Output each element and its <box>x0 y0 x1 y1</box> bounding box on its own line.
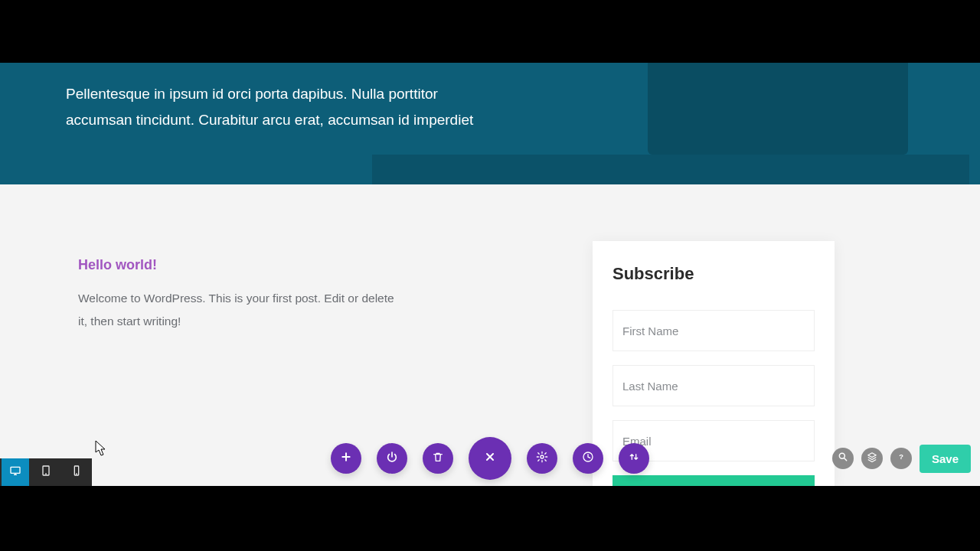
plus-icon <box>340 451 352 466</box>
question-icon: ? <box>896 452 906 465</box>
magnifier-icon <box>838 452 848 465</box>
hero-section: Pellentesque in ipsum id orci porta dapi… <box>0 63 980 184</box>
tablet-preview-button[interactable] <box>32 458 60 486</box>
phone-preview-button[interactable] <box>63 458 90 486</box>
close-builder-button[interactable] <box>469 437 511 480</box>
last-name-field-wrap <box>612 365 815 406</box>
svg-point-0 <box>541 455 544 458</box>
close-icon <box>484 451 496 466</box>
desktop-icon <box>9 465 21 480</box>
phone-icon <box>70 465 83 480</box>
desktop-preview-button[interactable] <box>2 458 29 486</box>
first-name-input[interactable] <box>613 311 814 350</box>
history-button[interactable] <box>573 443 603 474</box>
layers-button[interactable] <box>861 448 883 469</box>
post-body-text: Welcome to WordPress. This is your first… <box>78 287 400 333</box>
letterbox-top <box>0 0 980 63</box>
portability-button[interactable] <box>619 443 649 474</box>
hero-paragraph: Pellentesque in ipsum id orci porta dapi… <box>66 81 495 133</box>
first-name-field-wrap <box>612 310 815 351</box>
trash-icon <box>432 451 444 466</box>
post-title-link[interactable]: Hello world! <box>78 257 400 273</box>
page-settings-button[interactable] <box>527 443 557 474</box>
power-icon <box>386 451 398 466</box>
svg-rect-2 <box>11 467 20 473</box>
svg-point-6 <box>77 474 77 474</box>
wireframe-button[interactable] <box>377 443 407 474</box>
subscribe-submit-button[interactable] <box>612 475 815 486</box>
letterbox-bottom <box>0 486 980 551</box>
add-module-button[interactable] <box>331 443 361 474</box>
svg-text:?: ? <box>899 453 903 461</box>
last-name-input[interactable] <box>613 366 814 406</box>
save-button[interactable]: Save <box>920 445 971 473</box>
subscribe-heading: Subscribe <box>612 264 815 284</box>
svg-point-4 <box>46 474 47 474</box>
page-viewport: Pellentesque in ipsum id orci porta dapi… <box>0 63 980 486</box>
right-dock: ? Save <box>832 431 971 486</box>
up-down-arrows-icon <box>628 451 640 466</box>
blog-post: Hello world! Welcome to WordPress. This … <box>78 257 400 333</box>
clock-icon <box>582 451 594 466</box>
clear-layout-button[interactable] <box>423 443 453 474</box>
tablet-icon <box>40 465 52 480</box>
layers-icon <box>867 452 877 465</box>
zoom-button[interactable] <box>832 448 854 469</box>
gear-icon <box>536 451 548 466</box>
help-button[interactable]: ? <box>890 448 912 469</box>
device-preview-switcher <box>0 458 92 486</box>
